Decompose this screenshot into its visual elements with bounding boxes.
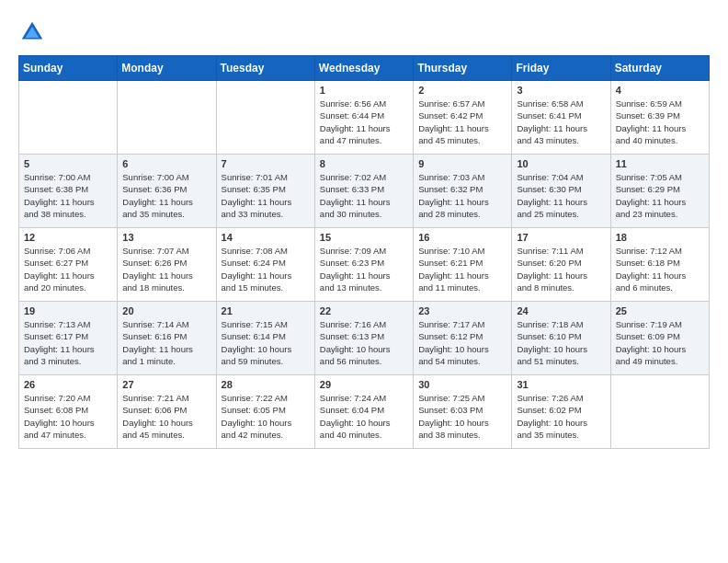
calendar-week-row: 19Sunrise: 7:13 AM Sunset: 6:17 PM Dayli… (19, 302, 710, 375)
day-info: Sunrise: 7:04 AM Sunset: 6:30 PM Dayligh… (517, 171, 605, 220)
calendar-table: SundayMondayTuesdayWednesdayThursdayFrid… (18, 55, 710, 449)
day-info: Sunrise: 7:11 AM Sunset: 6:20 PM Dayligh… (517, 245, 605, 293)
day-number: 2 (418, 85, 506, 96)
calendar-cell: 7Sunrise: 7:01 AM Sunset: 6:35 PM Daylig… (216, 155, 314, 228)
day-number: 18 (616, 232, 704, 243)
calendar-cell: 2Sunrise: 6:57 AM Sunset: 6:42 PM Daylig… (414, 81, 512, 155)
day-number: 4 (616, 85, 704, 96)
logo-icon (18, 18, 46, 46)
day-info: Sunrise: 7:09 AM Sunset: 6:23 PM Dayligh… (320, 245, 408, 293)
day-info: Sunrise: 7:20 AM Sunset: 6:08 PM Dayligh… (24, 392, 112, 441)
calendar-cell: 5Sunrise: 7:00 AM Sunset: 6:38 PM Daylig… (19, 155, 118, 228)
calendar-cell: 13Sunrise: 7:07 AM Sunset: 6:26 PM Dayli… (118, 228, 216, 302)
calendar-cell: 11Sunrise: 7:05 AM Sunset: 6:29 PM Dayli… (610, 155, 709, 228)
day-number: 22 (320, 305, 408, 316)
calendar-body: 1Sunrise: 6:56 AM Sunset: 6:44 PM Daylig… (19, 81, 710, 449)
day-info: Sunrise: 7:16 AM Sunset: 6:13 PM Dayligh… (320, 318, 408, 367)
calendar-cell: 26Sunrise: 7:20 AM Sunset: 6:08 PM Dayli… (19, 375, 118, 449)
day-number: 17 (517, 232, 605, 243)
day-of-week-header: Wednesday (314, 56, 413, 81)
day-of-week-header: Tuesday (216, 56, 314, 81)
calendar-cell: 27Sunrise: 7:21 AM Sunset: 6:06 PM Dayli… (118, 375, 216, 449)
day-of-week-header: Monday (118, 56, 216, 81)
day-number: 12 (24, 232, 112, 243)
day-info: Sunrise: 7:14 AM Sunset: 6:16 PM Dayligh… (122, 318, 210, 367)
calendar-cell: 8Sunrise: 7:02 AM Sunset: 6:33 PM Daylig… (314, 155, 413, 228)
calendar-cell (118, 81, 216, 155)
calendar-cell: 3Sunrise: 6:58 AM Sunset: 6:41 PM Daylig… (512, 81, 610, 155)
calendar-cell (216, 81, 314, 155)
day-number: 19 (24, 305, 112, 316)
days-of-week-row: SundayMondayTuesdayWednesdayThursdayFrid… (19, 56, 710, 81)
day-info: Sunrise: 7:19 AM Sunset: 6:09 PM Dayligh… (616, 318, 704, 367)
calendar-cell (610, 375, 709, 449)
day-number: 14 (222, 232, 310, 243)
day-of-week-header: Thursday (414, 56, 512, 81)
day-info: Sunrise: 7:25 AM Sunset: 6:03 PM Dayligh… (418, 392, 506, 441)
day-info: Sunrise: 7:00 AM Sunset: 6:38 PM Dayligh… (24, 171, 112, 220)
calendar-cell: 1Sunrise: 6:56 AM Sunset: 6:44 PM Daylig… (314, 81, 413, 155)
calendar-cell: 19Sunrise: 7:13 AM Sunset: 6:17 PM Dayli… (19, 302, 118, 375)
calendar-cell: 4Sunrise: 6:59 AM Sunset: 6:39 PM Daylig… (610, 81, 709, 155)
day-info: Sunrise: 7:17 AM Sunset: 6:12 PM Dayligh… (418, 318, 506, 367)
calendar-week-row: 1Sunrise: 6:56 AM Sunset: 6:44 PM Daylig… (19, 81, 710, 155)
day-number: 28 (222, 379, 310, 390)
calendar-cell: 20Sunrise: 7:14 AM Sunset: 6:16 PM Dayli… (118, 302, 216, 375)
calendar-cell: 25Sunrise: 7:19 AM Sunset: 6:09 PM Dayli… (610, 302, 709, 375)
calendar-cell: 24Sunrise: 7:18 AM Sunset: 6:10 PM Dayli… (512, 302, 610, 375)
day-number: 23 (418, 305, 506, 316)
day-info: Sunrise: 7:13 AM Sunset: 6:17 PM Dayligh… (24, 318, 112, 367)
calendar-cell: 31Sunrise: 7:26 AM Sunset: 6:02 PM Dayli… (512, 375, 610, 449)
calendar-cell: 10Sunrise: 7:04 AM Sunset: 6:30 PM Dayli… (512, 155, 610, 228)
day-number: 25 (616, 305, 704, 316)
day-info: Sunrise: 7:05 AM Sunset: 6:29 PM Dayligh… (616, 171, 704, 220)
calendar-week-row: 26Sunrise: 7:20 AM Sunset: 6:08 PM Dayli… (19, 375, 710, 449)
calendar-cell: 17Sunrise: 7:11 AM Sunset: 6:20 PM Dayli… (512, 228, 610, 302)
day-info: Sunrise: 6:57 AM Sunset: 6:42 PM Dayligh… (418, 98, 506, 146)
day-of-week-header: Saturday (610, 56, 709, 81)
day-info: Sunrise: 7:22 AM Sunset: 6:05 PM Dayligh… (222, 392, 310, 441)
day-number: 8 (320, 158, 408, 169)
day-number: 10 (517, 158, 605, 169)
day-info: Sunrise: 7:18 AM Sunset: 6:10 PM Dayligh… (517, 318, 605, 367)
day-info: Sunrise: 7:15 AM Sunset: 6:14 PM Dayligh… (222, 318, 310, 367)
day-info: Sunrise: 7:07 AM Sunset: 6:26 PM Dayligh… (122, 245, 210, 293)
calendar-cell: 30Sunrise: 7:25 AM Sunset: 6:03 PM Dayli… (414, 375, 512, 449)
day-number: 11 (616, 158, 704, 169)
day-info: Sunrise: 7:02 AM Sunset: 6:33 PM Dayligh… (320, 171, 408, 220)
calendar-cell: 28Sunrise: 7:22 AM Sunset: 6:05 PM Dayli… (216, 375, 314, 449)
page-header (18, 18, 710, 46)
logo (18, 18, 50, 46)
day-number: 27 (122, 379, 210, 390)
day-number: 30 (418, 379, 506, 390)
day-info: Sunrise: 7:08 AM Sunset: 6:24 PM Dayligh… (222, 245, 310, 293)
calendar-cell: 29Sunrise: 7:24 AM Sunset: 6:04 PM Dayli… (314, 375, 413, 449)
day-info: Sunrise: 6:58 AM Sunset: 6:41 PM Dayligh… (517, 98, 605, 146)
calendar-cell: 16Sunrise: 7:10 AM Sunset: 6:21 PM Dayli… (414, 228, 512, 302)
calendar-cell: 15Sunrise: 7:09 AM Sunset: 6:23 PM Dayli… (314, 228, 413, 302)
day-info: Sunrise: 7:12 AM Sunset: 6:18 PM Dayligh… (616, 245, 704, 293)
day-info: Sunrise: 7:24 AM Sunset: 6:04 PM Dayligh… (320, 392, 408, 441)
day-number: 3 (517, 85, 605, 96)
calendar-cell: 23Sunrise: 7:17 AM Sunset: 6:12 PM Dayli… (414, 302, 512, 375)
day-info: Sunrise: 6:59 AM Sunset: 6:39 PM Dayligh… (616, 98, 704, 146)
day-info: Sunrise: 7:26 AM Sunset: 6:02 PM Dayligh… (517, 392, 605, 441)
day-number: 31 (517, 379, 605, 390)
day-number: 29 (320, 379, 408, 390)
calendar-cell: 14Sunrise: 7:08 AM Sunset: 6:24 PM Dayli… (216, 228, 314, 302)
calendar-cell: 22Sunrise: 7:16 AM Sunset: 6:13 PM Dayli… (314, 302, 413, 375)
calendar-cell: 18Sunrise: 7:12 AM Sunset: 6:18 PM Dayli… (610, 228, 709, 302)
calendar-cell: 9Sunrise: 7:03 AM Sunset: 6:32 PM Daylig… (414, 155, 512, 228)
day-info: Sunrise: 7:01 AM Sunset: 6:35 PM Dayligh… (222, 171, 310, 220)
day-info: Sunrise: 7:21 AM Sunset: 6:06 PM Dayligh… (122, 392, 210, 441)
calendar-cell: 21Sunrise: 7:15 AM Sunset: 6:14 PM Dayli… (216, 302, 314, 375)
day-info: Sunrise: 7:10 AM Sunset: 6:21 PM Dayligh… (418, 245, 506, 293)
day-number: 15 (320, 232, 408, 243)
day-number: 7 (222, 158, 310, 169)
day-number: 21 (222, 305, 310, 316)
day-number: 24 (517, 305, 605, 316)
day-number: 6 (122, 158, 210, 169)
day-number: 5 (24, 158, 112, 169)
day-number: 16 (418, 232, 506, 243)
calendar-week-row: 5Sunrise: 7:00 AM Sunset: 6:38 PM Daylig… (19, 155, 710, 228)
